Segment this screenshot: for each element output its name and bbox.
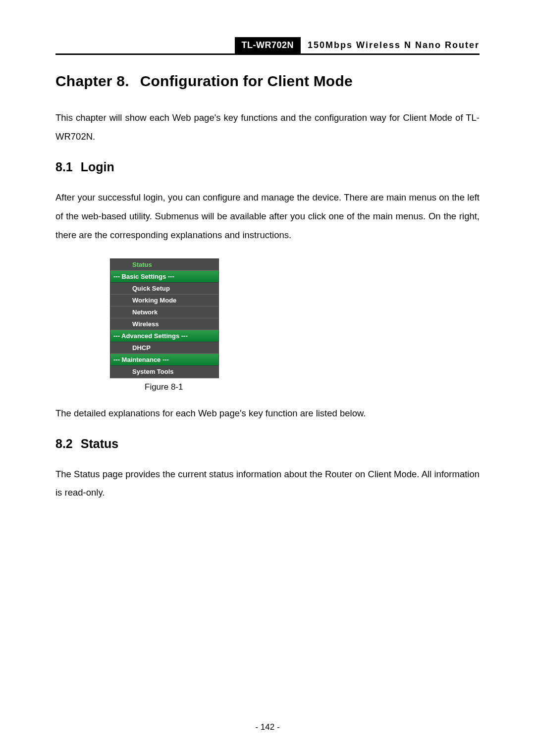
menu-group-basic: --- Basic Settings --- (110, 271, 218, 283)
chapter-title: Chapter 8.Configuration for Client Mode (55, 73, 480, 90)
device-model: TL-WR702N (235, 37, 301, 53)
menu-network[interactable]: Network (110, 306, 218, 318)
menu-working-mode[interactable]: Working Mode (110, 295, 218, 306)
menu-dhcp[interactable]: DHCP (110, 342, 218, 354)
section-login-heading: 8.1Login (55, 160, 480, 174)
login-paragraph: After your successful login, you can con… (55, 188, 480, 245)
menu-wireless[interactable]: Wireless (110, 318, 218, 330)
menu-system-tools[interactable]: System Tools (110, 366, 218, 378)
intro-paragraph: This chapter will show each Web page's k… (55, 108, 480, 146)
menu-group-maintenance: --- Maintenance --- (110, 354, 218, 366)
section-status-heading: 8.2Status (55, 437, 480, 451)
post-figure-paragraph: The detailed explanations for each Web p… (55, 404, 480, 423)
section-login-title: Login (81, 160, 114, 174)
menu-screenshot: Status --- Basic Settings --- Quick Setu… (110, 258, 480, 378)
menu-quick-setup[interactable]: Quick Setup (110, 283, 218, 295)
section-login-number: 8.1 (55, 160, 73, 174)
figure-caption: Figure 8-1 (145, 382, 480, 392)
chapter-title-text: Configuration for Client Mode (140, 73, 353, 89)
document-header: TL-WR702N 150Mbps Wireless N Nano Router (55, 37, 480, 55)
sidebar-menu: Status --- Basic Settings --- Quick Setu… (110, 258, 219, 378)
section-status-number: 8.2 (55, 437, 73, 451)
menu-status[interactable]: Status (110, 259, 218, 271)
page-number: - 142 - (0, 722, 535, 732)
section-status-title: Status (81, 437, 118, 451)
device-description: 150Mbps Wireless N Nano Router (301, 37, 480, 53)
status-paragraph: The Status page provides the current sta… (55, 465, 480, 503)
menu-group-advanced: --- Advanced Settings --- (110, 330, 218, 342)
chapter-number: Chapter 8. (55, 73, 129, 90)
